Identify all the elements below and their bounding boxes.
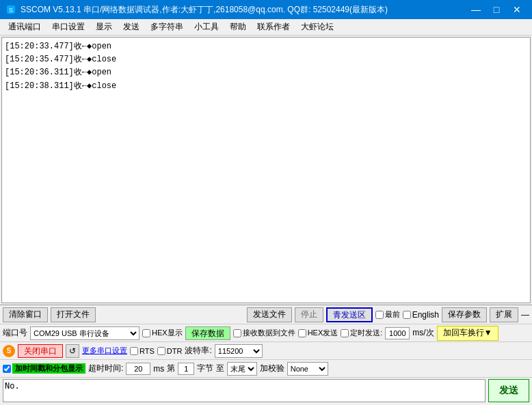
byte-label: 字节 至: [197, 363, 224, 374]
page-input[interactable]: [178, 363, 194, 375]
interval-unit-label: ms/次: [412, 327, 434, 339]
last-label: 最前: [385, 309, 400, 320]
terminal-line: [15:20:38.311]收←◆close: [5, 80, 527, 93]
close-port-button[interactable]: 关闭串口: [18, 344, 63, 358]
menubar-item-多字符串[interactable]: 多字符串: [145, 20, 189, 34]
ms-label: ms: [153, 364, 164, 374]
recv-file-group: 接收数据到文件: [233, 328, 295, 338]
recv-file-checkbox[interactable]: [233, 329, 241, 337]
dtr-group: DTR: [157, 347, 183, 355]
rts-label: RTS: [139, 347, 155, 355]
send-area: No. 发送: [0, 378, 532, 405]
stop-button[interactable]: 停止: [295, 307, 323, 322]
menubar-item-发送[interactable]: 发送: [118, 20, 145, 34]
app-icon: S: [5, 4, 16, 15]
more-ports-link[interactable]: 更多串口设置: [82, 346, 127, 356]
save-data-button[interactable]: 保存数据: [185, 326, 230, 340]
terminal-line: [15:20:35.477]收←◆close: [5, 53, 527, 66]
terminal-line: [15:20:36.311]收←◆open: [5, 66, 527, 79]
send-file-button[interactable]: 发送文件: [247, 307, 292, 322]
send-textarea[interactable]: No.: [3, 379, 486, 402]
page-label: 第: [167, 363, 175, 374]
open-file-button[interactable]: 打开文件: [51, 307, 96, 322]
maximize-button[interactable]: □: [487, 0, 506, 19]
checksum-label: 加校验: [260, 363, 284, 374]
rts-checkbox[interactable]: [130, 347, 138, 355]
menubar-item-小工具[interactable]: 小工具: [189, 20, 224, 34]
bottom-toolbar: 清除窗口 打开文件 发送文件 停止 青发送区 最前 English 保存参数 扩…: [0, 305, 532, 405]
dtr-checkbox[interactable]: [157, 347, 165, 355]
hex-send-checkbox[interactable]: [298, 329, 306, 337]
expand-button[interactable]: 扩展: [490, 307, 518, 322]
last-checkbox-group: 最前: [375, 309, 400, 320]
port-select[interactable]: COM29 USB 串行设备: [30, 326, 139, 340]
timeout-input[interactable]: [126, 363, 150, 375]
minimize-button[interactable]: —: [466, 0, 486, 19]
clear-window-button[interactable]: 清除窗口: [3, 307, 48, 322]
english-checkbox[interactable]: [403, 311, 411, 319]
menubar-item-通讯端口[interactable]: 通讯端口: [3, 20, 46, 34]
main-area: [15:20:33.477]收←◆open[15:20:35.477]收←◆cl…: [0, 36, 532, 405]
send-button[interactable]: 发送: [488, 379, 529, 402]
toolbar-row3: 加时间戳和分包显示 超时时间: ms 第 字节 至 末尾 加校验 None: [0, 360, 532, 378]
expand-dash: —: [521, 310, 529, 320]
app-logo-icon: S: [3, 345, 15, 357]
timed-send-label: 定时发送:: [350, 328, 382, 338]
recv-file-label: 接收数据到文件: [243, 328, 295, 338]
save-params-button[interactable]: 保存参数: [442, 307, 487, 322]
menubar: 通讯端口串口设置显示发送多字符串小工具帮助联系作者大虾论坛: [0, 19, 532, 36]
window-title: SSCOM V5.13.1 串口/网络数据调试器,作者:大虾丁丁,2618058…: [21, 4, 466, 16]
menubar-item-联系作者[interactable]: 联系作者: [252, 20, 295, 34]
english-label: English: [412, 310, 439, 320]
refresh-port-button[interactable]: ↺: [66, 344, 79, 358]
timed-send-group: 定时发送:: [341, 328, 382, 338]
menubar-item-帮助[interactable]: 帮助: [224, 20, 252, 34]
close-button[interactable]: ✕: [507, 0, 527, 19]
terminal-output: [15:20:33.477]收←◆open[15:20:35.477]收←◆cl…: [1, 37, 531, 303]
end-select[interactable]: 末尾: [227, 362, 257, 376]
port-control-row: S 关闭串口 ↺ 更多串口设置 RTS DTR 波特率: 115200: [0, 342, 532, 360]
menubar-item-大虾论坛[interactable]: 大虾论坛: [295, 20, 339, 34]
toolbar-row2: 端口号 COM29 USB 串行设备 HEX显示 保存数据 接收数据到文件 HE…: [0, 324, 532, 342]
timed-send-checkbox[interactable]: [341, 329, 349, 337]
last-checkbox[interactable]: [375, 311, 384, 319]
interval-input[interactable]: 1000: [385, 327, 410, 339]
baud-label: 波特率:: [185, 345, 211, 357]
timestamp-label: 加时间戳和分包显示: [12, 363, 85, 374]
hex-display-group: HEX显示: [142, 328, 183, 338]
checksum-select[interactable]: None: [287, 362, 328, 376]
rts-group: RTS: [130, 347, 155, 355]
toolbar-row1: 清除窗口 打开文件 发送文件 停止 青发送区 最前 English 保存参数 扩…: [0, 305, 532, 324]
menubar-item-串口设置[interactable]: 串口设置: [46, 20, 90, 34]
svg-text:S: S: [9, 7, 13, 14]
timestamp-group: 加时间戳和分包显示: [3, 363, 85, 374]
hex-send-label: HEX发送: [308, 328, 338, 338]
send-area-button[interactable]: 青发送区: [326, 307, 373, 322]
hex-send-group: HEX发送: [298, 328, 338, 338]
titlebar: S SSCOM V5.13.1 串口/网络数据调试器,作者:大虾丁丁,26180…: [0, 0, 532, 19]
terminal-line: [15:20:33.477]收←◆open: [5, 40, 527, 53]
baud-select[interactable]: 115200: [215, 344, 263, 358]
port-label: 端口号: [3, 327, 27, 339]
menubar-item-显示[interactable]: 显示: [90, 20, 118, 34]
window-controls: — □ ✕: [466, 0, 527, 19]
english-checkbox-group: English: [403, 310, 439, 320]
hex-display-label: HEX显示: [152, 328, 183, 338]
hex-display-checkbox[interactable]: [142, 329, 150, 337]
dtr-label: DTR: [167, 347, 183, 355]
timeout-label: 超时时间:: [88, 363, 123, 374]
add-cr-button[interactable]: 加回车换行▼: [437, 326, 498, 341]
timestamp-checkbox[interactable]: [3, 365, 11, 373]
